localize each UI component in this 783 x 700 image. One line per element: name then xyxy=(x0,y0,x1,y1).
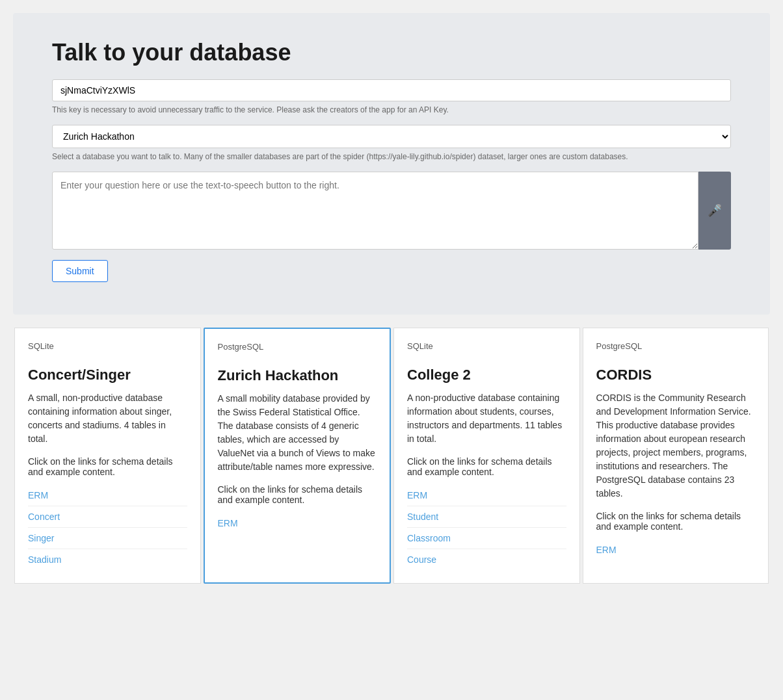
main-form-section: Talk to your database This key is necess… xyxy=(13,13,770,315)
db-card-cordis: PostgreSQL CORDIS CORDIS is the Communit… xyxy=(583,328,769,584)
db-card-concert-singer: SQLite Concert/Singer A small, non-produ… xyxy=(14,328,201,584)
api-key-helper: This key is necessary to avoid unnecessa… xyxy=(52,105,731,114)
db-type-badge: SQLite xyxy=(407,341,566,357)
mic-button[interactable]: 🎤 xyxy=(698,172,731,250)
cards-section: SQLite Concert/Singer A small, non-produ… xyxy=(0,328,783,597)
db-description: A small, non-productive database contain… xyxy=(28,391,187,446)
db-links-label: Click on the links for schema details an… xyxy=(407,456,566,477)
db-link-erm[interactable]: ERM xyxy=(596,539,756,560)
db-card-zurich-hackathon: PostgreSQL Zurich Hackathon A small mobi… xyxy=(204,328,392,584)
db-card-college-2: SQLite College 2 A non-productive databa… xyxy=(393,328,580,584)
db-link-student[interactable]: Student xyxy=(407,506,566,528)
api-key-input[interactable] xyxy=(52,79,731,101)
db-name: Concert/Singer xyxy=(28,367,187,383)
db-description: A non-productive database containing inf… xyxy=(407,391,566,446)
db-link-stadium[interactable]: Stadium xyxy=(28,549,187,570)
page-title: Talk to your database xyxy=(52,39,731,66)
db-type-badge: PostgreSQL xyxy=(596,341,756,357)
db-name: Zurich Hackathon xyxy=(218,367,377,384)
db-description: A small mobility database provided by th… xyxy=(218,392,377,474)
db-link-erm[interactable]: ERM xyxy=(407,485,566,506)
database-select[interactable]: Concert/Singer Zurich Hackathon College … xyxy=(52,125,731,148)
db-link-course[interactable]: Course xyxy=(407,549,566,570)
db-link-classroom[interactable]: Classroom xyxy=(407,528,566,549)
db-name: College 2 xyxy=(407,367,566,383)
db-select-helper: Select a database you want to talk to. M… xyxy=(52,152,731,161)
question-area-wrapper: 🎤 xyxy=(52,172,731,250)
db-links-label: Click on the links for schema details an… xyxy=(28,456,187,477)
db-links-label: Click on the links for schema details an… xyxy=(596,511,756,532)
submit-button[interactable]: Submit xyxy=(52,260,108,282)
question-textarea[interactable] xyxy=(52,172,698,250)
db-name: CORDIS xyxy=(596,367,756,383)
db-link-singer[interactable]: Singer xyxy=(28,528,187,549)
db-link-concert[interactable]: Concert xyxy=(28,506,187,528)
db-type-badge: SQLite xyxy=(28,341,187,357)
db-type-badge: PostgreSQL xyxy=(218,342,377,358)
db-links-label: Click on the links for schema details an… xyxy=(218,484,377,505)
db-description: CORDIS is the Community Research and Dev… xyxy=(596,391,756,500)
mic-icon: 🎤 xyxy=(708,203,722,218)
db-link-erm[interactable]: ERM xyxy=(28,485,187,506)
db-link-erm[interactable]: ERM xyxy=(218,513,377,534)
